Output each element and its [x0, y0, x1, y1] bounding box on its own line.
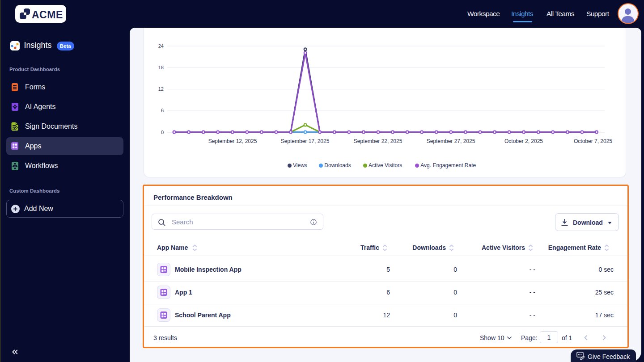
svg-text:ACME: ACME: [32, 9, 63, 21]
